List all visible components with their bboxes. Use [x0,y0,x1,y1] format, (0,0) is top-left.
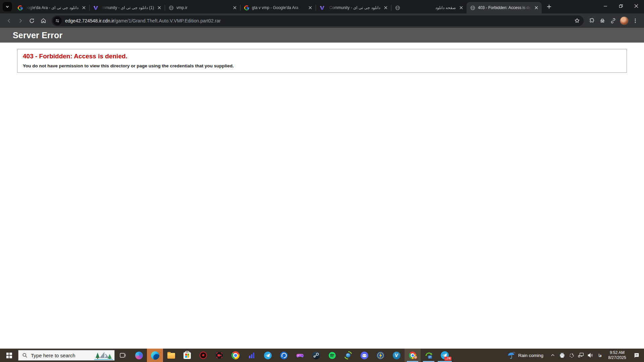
lightning-app-icon [376,351,385,360]
close-icon[interactable] [232,5,237,10]
close-icon[interactable] [383,5,388,10]
blue-swirl-app-button[interactable] [276,349,292,362]
bars-app-icon [248,351,256,359]
globe-arrows-app-button[interactable] [340,349,356,362]
telegram-desktop-button[interactable]: ..74 [437,349,453,362]
weather-label: Rain coming [518,353,543,358]
steam-button[interactable] [308,349,324,362]
tab-403-forbidden-active[interactable]: 403 - Forbidden: Access is denied. [467,2,542,13]
close-icon[interactable] [308,5,313,10]
task-view-icon [119,352,126,359]
tab-search-button[interactable] [3,2,12,11]
gamepad-app-button[interactable] [292,349,308,362]
google-favicon [17,5,23,10]
incognito-extension-button[interactable] [597,15,608,26]
link-extension-button[interactable] [608,15,619,26]
speaker-icon [587,352,594,359]
start-button[interactable] [0,349,18,362]
tab-vmp-community-2[interactable]: دانلود جی تی ای - VMP Community [316,2,391,13]
clock-time: 9:52 AM [606,350,629,355]
restore-button[interactable] [613,0,629,12]
globe-favicon [395,5,400,10]
idm-button[interactable] [421,349,437,362]
reload-button[interactable] [26,15,38,26]
chrome-profile-taskbar-button[interactable] [405,349,421,362]
bookmark-star-icon [574,17,580,24]
address-bar[interactable]: edge42.724548.ir.cdn.ir/game/1/Grand.The… [52,15,584,26]
new-tab-button[interactable] [544,2,554,11]
minimize-icon [603,4,607,8]
browser-menu-button[interactable] [630,15,641,26]
action-center-button[interactable] [629,349,644,362]
edge-taskbar-button[interactable] [147,349,163,362]
forward-button[interactable] [15,15,26,26]
screen-recorder-button[interactable] [211,349,227,362]
minimize-button[interactable] [598,0,613,12]
tab-google-search-2[interactable]: gta v vmp - Google'da Ara [240,2,316,13]
restore-icon [619,4,623,8]
taskbar-clock[interactable]: 9:52 AM 8/27/2025 [605,350,629,360]
task-view-button[interactable] [115,349,131,362]
window-close-icon [634,4,638,8]
weather-widget[interactable]: Rain coming [505,351,548,360]
url-domain: edge42.724548.ir.cdn.ir [65,18,114,23]
tab-title: 403 - Forbidden: Access is denied. [478,5,531,10]
taskbar-search-box[interactable]: Type here to search [18,350,115,361]
bars-app-button[interactable] [244,349,260,362]
tab-vmp-community-1[interactable]: (1) دانلود جی تی ای - VMP Community [90,2,165,13]
extensions-button[interactable] [586,15,597,26]
telegram-icon [264,351,272,360]
close-icon[interactable] [534,5,539,10]
close-icon[interactable] [459,5,464,10]
url-path: /game/1/Grand.Theft.Auto.V.VMP.Edition.p… [114,18,221,23]
volume-tray-button[interactable] [586,349,595,362]
tab-title: دانلود جی تی ای - VMP Community [327,5,380,10]
screen-recorder-icon [215,351,223,359]
microsoft-store-button[interactable] [179,349,195,362]
steam-icon [312,351,320,360]
bookmark-button[interactable] [574,17,580,24]
close-icon[interactable] [81,5,87,10]
discord-button[interactable] [356,349,372,362]
home-icon [40,17,47,24]
tab-google-search-1[interactable]: دانلود جی تی ای - Google'da Ara [14,2,89,13]
profile-avatar[interactable] [620,16,629,25]
file-explorer-button[interactable] [163,349,179,362]
idm-icon [425,351,433,360]
v-app-button[interactable]: V [388,349,405,362]
extensions-puzzle-icon [589,17,595,24]
profile-avatar-mini [414,356,418,360]
server-error-header: Server Error [0,28,644,43]
tray-expand-button[interactable] [548,349,557,362]
incognito-extension-icon [599,17,606,24]
tray-circle-icon [569,352,575,359]
copilot-button[interactable] [131,349,147,362]
google-favicon [244,5,249,10]
chrome-taskbar-button[interactable] [227,349,244,362]
discord-icon [360,351,369,360]
red-app-button[interactable] [195,349,211,362]
globe-arrows-app-icon [344,351,353,360]
tray-chevron-up-icon [550,353,555,358]
windows-start-icon [6,353,12,358]
printer-tray-button[interactable] [557,349,567,362]
link-extension-icon [610,17,616,24]
language-indicator[interactable]: فا [595,353,605,358]
lightning-app-button[interactable] [372,349,388,362]
site-settings-button[interactable] [53,16,62,25]
tray-circle-button[interactable] [567,349,576,362]
reload-icon [29,18,35,24]
home-button[interactable] [38,15,49,26]
telegram-button[interactable] [260,349,276,362]
close-window-button[interactable] [629,0,644,12]
search-art-illustration[interactable] [93,350,114,361]
spotify-button[interactable] [324,349,340,362]
back-button[interactable] [3,15,15,26]
error-message: You do not have permission to view this … [23,63,621,68]
network-tray-button[interactable] [576,349,586,362]
tab-vmp-ir[interactable]: vmp.ir [165,2,240,13]
page-content: 403 - Forbidden: Access is denied. You d… [0,43,644,349]
close-icon[interactable] [157,5,162,10]
tab-download-page[interactable]: صفحه دانلود [391,2,467,13]
vmp-favicon [319,5,325,10]
